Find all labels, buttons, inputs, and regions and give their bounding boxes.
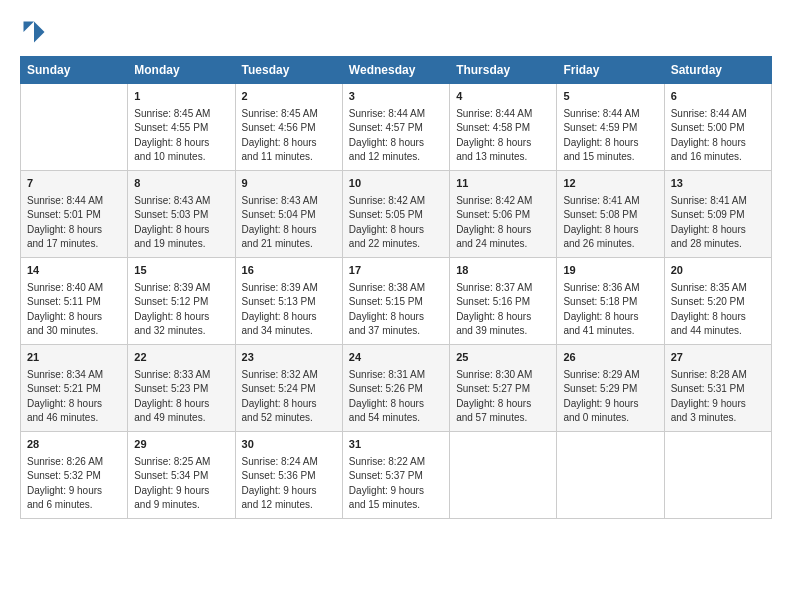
- column-header-sunday: Sunday: [21, 57, 128, 84]
- day-number: 22: [134, 350, 228, 366]
- calendar-cell: 28Sunrise: 8:26 AM Sunset: 5:32 PM Dayli…: [21, 431, 128, 518]
- column-header-thursday: Thursday: [450, 57, 557, 84]
- calendar-cell: 31Sunrise: 8:22 AM Sunset: 5:37 PM Dayli…: [342, 431, 449, 518]
- calendar-cell: 7Sunrise: 8:44 AM Sunset: 5:01 PM Daylig…: [21, 170, 128, 257]
- day-info: Sunrise: 8:33 AM Sunset: 5:23 PM Dayligh…: [134, 368, 228, 426]
- week-row-4: 21Sunrise: 8:34 AM Sunset: 5:21 PM Dayli…: [21, 344, 772, 431]
- day-number: 12: [563, 176, 657, 192]
- day-info: Sunrise: 8:29 AM Sunset: 5:29 PM Dayligh…: [563, 368, 657, 426]
- day-number: 24: [349, 350, 443, 366]
- calendar-cell: [557, 431, 664, 518]
- calendar-cell: 13Sunrise: 8:41 AM Sunset: 5:09 PM Dayli…: [664, 170, 771, 257]
- day-number: 17: [349, 263, 443, 279]
- page: SundayMondayTuesdayWednesdayThursdayFrid…: [0, 0, 792, 529]
- day-number: 9: [242, 176, 336, 192]
- day-info: Sunrise: 8:45 AM Sunset: 4:55 PM Dayligh…: [134, 107, 228, 165]
- day-info: Sunrise: 8:35 AM Sunset: 5:20 PM Dayligh…: [671, 281, 765, 339]
- day-number: 14: [27, 263, 121, 279]
- day-info: Sunrise: 8:41 AM Sunset: 5:09 PM Dayligh…: [671, 194, 765, 252]
- column-header-friday: Friday: [557, 57, 664, 84]
- day-number: 3: [349, 89, 443, 105]
- day-info: Sunrise: 8:25 AM Sunset: 5:34 PM Dayligh…: [134, 455, 228, 513]
- column-header-monday: Monday: [128, 57, 235, 84]
- day-info: Sunrise: 8:38 AM Sunset: 5:15 PM Dayligh…: [349, 281, 443, 339]
- calendar-cell: 16Sunrise: 8:39 AM Sunset: 5:13 PM Dayli…: [235, 257, 342, 344]
- day-number: 13: [671, 176, 765, 192]
- day-number: 30: [242, 437, 336, 453]
- day-info: Sunrise: 8:37 AM Sunset: 5:16 PM Dayligh…: [456, 281, 550, 339]
- calendar-cell: 2Sunrise: 8:45 AM Sunset: 4:56 PM Daylig…: [235, 84, 342, 171]
- calendar-cell: 25Sunrise: 8:30 AM Sunset: 5:27 PM Dayli…: [450, 344, 557, 431]
- day-number: 7: [27, 176, 121, 192]
- calendar-cell: 6Sunrise: 8:44 AM Sunset: 5:00 PM Daylig…: [664, 84, 771, 171]
- week-row-3: 14Sunrise: 8:40 AM Sunset: 5:11 PM Dayli…: [21, 257, 772, 344]
- day-info: Sunrise: 8:34 AM Sunset: 5:21 PM Dayligh…: [27, 368, 121, 426]
- calendar-cell: 27Sunrise: 8:28 AM Sunset: 5:31 PM Dayli…: [664, 344, 771, 431]
- day-info: Sunrise: 8:45 AM Sunset: 4:56 PM Dayligh…: [242, 107, 336, 165]
- day-number: 18: [456, 263, 550, 279]
- calendar-cell: 10Sunrise: 8:42 AM Sunset: 5:05 PM Dayli…: [342, 170, 449, 257]
- day-number: 31: [349, 437, 443, 453]
- day-info: Sunrise: 8:22 AM Sunset: 5:37 PM Dayligh…: [349, 455, 443, 513]
- week-row-5: 28Sunrise: 8:26 AM Sunset: 5:32 PM Dayli…: [21, 431, 772, 518]
- day-info: Sunrise: 8:39 AM Sunset: 5:13 PM Dayligh…: [242, 281, 336, 339]
- day-number: 15: [134, 263, 228, 279]
- day-info: Sunrise: 8:30 AM Sunset: 5:27 PM Dayligh…: [456, 368, 550, 426]
- day-number: 21: [27, 350, 121, 366]
- calendar-cell: 11Sunrise: 8:42 AM Sunset: 5:06 PM Dayli…: [450, 170, 557, 257]
- calendar-cell: 21Sunrise: 8:34 AM Sunset: 5:21 PM Dayli…: [21, 344, 128, 431]
- calendar-cell: 5Sunrise: 8:44 AM Sunset: 4:59 PM Daylig…: [557, 84, 664, 171]
- day-number: 20: [671, 263, 765, 279]
- calendar-table: SundayMondayTuesdayWednesdayThursdayFrid…: [20, 56, 772, 519]
- column-header-wednesday: Wednesday: [342, 57, 449, 84]
- day-info: Sunrise: 8:44 AM Sunset: 4:59 PM Dayligh…: [563, 107, 657, 165]
- calendar-cell: 15Sunrise: 8:39 AM Sunset: 5:12 PM Dayli…: [128, 257, 235, 344]
- day-info: Sunrise: 8:31 AM Sunset: 5:26 PM Dayligh…: [349, 368, 443, 426]
- day-info: Sunrise: 8:24 AM Sunset: 5:36 PM Dayligh…: [242, 455, 336, 513]
- day-info: Sunrise: 8:32 AM Sunset: 5:24 PM Dayligh…: [242, 368, 336, 426]
- day-number: 2: [242, 89, 336, 105]
- day-number: 10: [349, 176, 443, 192]
- calendar-cell: 12Sunrise: 8:41 AM Sunset: 5:08 PM Dayli…: [557, 170, 664, 257]
- calendar-cell: [450, 431, 557, 518]
- calendar-cell: 8Sunrise: 8:43 AM Sunset: 5:03 PM Daylig…: [128, 170, 235, 257]
- svg-marker-0: [34, 22, 45, 43]
- day-number: 26: [563, 350, 657, 366]
- day-info: Sunrise: 8:42 AM Sunset: 5:05 PM Dayligh…: [349, 194, 443, 252]
- day-number: 23: [242, 350, 336, 366]
- calendar-cell: 30Sunrise: 8:24 AM Sunset: 5:36 PM Dayli…: [235, 431, 342, 518]
- calendar-cell: 23Sunrise: 8:32 AM Sunset: 5:24 PM Dayli…: [235, 344, 342, 431]
- day-number: 28: [27, 437, 121, 453]
- calendar-cell: 4Sunrise: 8:44 AM Sunset: 4:58 PM Daylig…: [450, 84, 557, 171]
- day-info: Sunrise: 8:44 AM Sunset: 5:00 PM Dayligh…: [671, 107, 765, 165]
- day-info: Sunrise: 8:26 AM Sunset: 5:32 PM Dayligh…: [27, 455, 121, 513]
- header: [20, 18, 772, 46]
- day-number: 19: [563, 263, 657, 279]
- day-number: 8: [134, 176, 228, 192]
- day-info: Sunrise: 8:40 AM Sunset: 5:11 PM Dayligh…: [27, 281, 121, 339]
- day-info: Sunrise: 8:36 AM Sunset: 5:18 PM Dayligh…: [563, 281, 657, 339]
- calendar-header-row: SundayMondayTuesdayWednesdayThursdayFrid…: [21, 57, 772, 84]
- calendar-cell: 22Sunrise: 8:33 AM Sunset: 5:23 PM Dayli…: [128, 344, 235, 431]
- calendar-cell: 26Sunrise: 8:29 AM Sunset: 5:29 PM Dayli…: [557, 344, 664, 431]
- calendar-cell: 18Sunrise: 8:37 AM Sunset: 5:16 PM Dayli…: [450, 257, 557, 344]
- column-header-tuesday: Tuesday: [235, 57, 342, 84]
- day-info: Sunrise: 8:43 AM Sunset: 5:04 PM Dayligh…: [242, 194, 336, 252]
- logo-icon: [20, 18, 48, 46]
- logo: [20, 18, 52, 46]
- calendar-cell: 17Sunrise: 8:38 AM Sunset: 5:15 PM Dayli…: [342, 257, 449, 344]
- column-header-saturday: Saturday: [664, 57, 771, 84]
- calendar-cell: 19Sunrise: 8:36 AM Sunset: 5:18 PM Dayli…: [557, 257, 664, 344]
- day-number: 6: [671, 89, 765, 105]
- day-info: Sunrise: 8:42 AM Sunset: 5:06 PM Dayligh…: [456, 194, 550, 252]
- day-info: Sunrise: 8:28 AM Sunset: 5:31 PM Dayligh…: [671, 368, 765, 426]
- day-info: Sunrise: 8:43 AM Sunset: 5:03 PM Dayligh…: [134, 194, 228, 252]
- day-number: 1: [134, 89, 228, 105]
- calendar-cell: 29Sunrise: 8:25 AM Sunset: 5:34 PM Dayli…: [128, 431, 235, 518]
- day-number: 25: [456, 350, 550, 366]
- day-number: 11: [456, 176, 550, 192]
- day-info: Sunrise: 8:44 AM Sunset: 4:57 PM Dayligh…: [349, 107, 443, 165]
- calendar-cell: 24Sunrise: 8:31 AM Sunset: 5:26 PM Dayli…: [342, 344, 449, 431]
- day-number: 5: [563, 89, 657, 105]
- calendar-cell: 3Sunrise: 8:44 AM Sunset: 4:57 PM Daylig…: [342, 84, 449, 171]
